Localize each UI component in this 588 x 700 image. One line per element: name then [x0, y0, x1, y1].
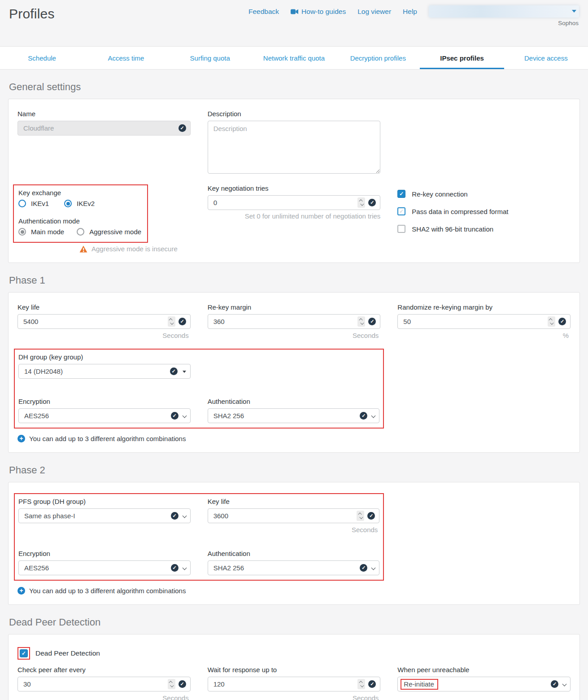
help-label: Help: [403, 8, 417, 16]
phase2-key-life-input[interactable]: [208, 508, 380, 523]
wait-response-input[interactable]: [208, 677, 381, 691]
phase2-encryption-value: AES256: [24, 564, 49, 572]
number-stepper[interactable]: [168, 316, 175, 327]
check-circle-icon: ✓: [170, 368, 178, 375]
radio-aggressive-mode[interactable]: Aggressive mode: [77, 228, 141, 236]
rekey-margin-unit: Seconds: [208, 332, 381, 339]
howto-guides-link[interactable]: How-to guides: [291, 8, 346, 16]
feedback-label: Feedback: [248, 8, 279, 16]
add-combination-icon[interactable]: +: [17, 435, 25, 442]
brand-label: Sophos: [558, 20, 579, 26]
phase2-heading: Phase 2: [9, 464, 588, 476]
tab-access-time[interactable]: Access time: [84, 47, 168, 69]
rekey-margin-input[interactable]: [208, 314, 381, 329]
pfs-group-select[interactable]: Same as phase-I ✓: [18, 508, 191, 523]
dpd-checkbox[interactable]: ✓: [20, 649, 28, 657]
dh-group-value: 14 (DH2048): [24, 368, 63, 375]
number-stepper[interactable]: [548, 316, 555, 327]
sha2-checkbox-label: SHA2 with 96-bit truncation: [412, 225, 493, 233]
check-peer-label: Check peer after every: [17, 666, 191, 674]
key-negotiation-label: Key negotiation tries: [208, 184, 381, 192]
phase1-key-life-unit: Seconds: [17, 332, 191, 339]
tab-surfing-quota[interactable]: Surfing quota: [168, 47, 252, 69]
number-stepper[interactable]: [168, 679, 175, 689]
description-label: Description: [208, 110, 381, 118]
phase2-encryption-select[interactable]: AES256 ✓: [18, 560, 191, 575]
name-input[interactable]: [17, 121, 191, 136]
general-settings-card: Name ✓ Description Key exchange IKEv1: [8, 99, 580, 263]
wait-response-label: Wait for response up to: [208, 666, 381, 674]
wait-response-unit: Seconds: [208, 694, 381, 700]
profile-tabs: Schedule Access time Surfing quota Netwo…: [0, 46, 588, 70]
phase2-authentication-value: SHA2 256: [213, 564, 244, 572]
tab-decryption-profiles[interactable]: Decryption profiles: [336, 47, 420, 69]
radio-main-mode[interactable]: Main mode: [18, 228, 64, 236]
account-dropdown[interactable]: [429, 5, 579, 18]
tab-network-traffic-quota[interactable]: Network traffic quota: [252, 47, 336, 69]
rekey-connection-checkbox[interactable]: ✓ Re-key connection: [397, 190, 571, 198]
phase1-key-life-input[interactable]: [17, 314, 191, 329]
number-stepper[interactable]: [357, 511, 364, 521]
phase2-authentication-label: Authentication: [208, 550, 380, 557]
chevron-down-icon: [371, 414, 376, 418]
tab-device-access[interactable]: Device access: [504, 47, 588, 69]
rekey-checkbox-label: Re-key connection: [412, 190, 467, 198]
randomize-margin-input[interactable]: [397, 314, 571, 329]
top-header: Profiles Feedback How-to guides Log view…: [0, 0, 588, 46]
phase2-key-life-unit: Seconds: [208, 526, 380, 534]
dpd-checkbox-icon: ✓: [20, 649, 28, 657]
phase1-authentication-select[interactable]: SHA2 256 ✓: [208, 408, 380, 423]
pfs-group-value: Same as phase-I: [24, 512, 75, 520]
number-stepper[interactable]: [357, 197, 365, 208]
radio-aggressive-mode-label: Aggressive mode: [89, 228, 141, 236]
dh-group-label: DH group (key group): [18, 353, 191, 361]
check-circle-icon: ✓: [360, 412, 367, 420]
peer-unreachable-select[interactable]: Re-initiate ✓: [397, 677, 571, 691]
check-circle-icon: ✓: [179, 680, 186, 688]
help-link[interactable]: Help: [403, 8, 417, 16]
howto-guides-label: How-to guides: [301, 8, 346, 16]
number-stepper[interactable]: [357, 316, 365, 327]
key-negotiation-help: Set 0 for unlimited number of negotiatio…: [208, 212, 381, 220]
dpd-checkbox-highlight-box: ✓: [17, 647, 30, 660]
check-peer-unit: Seconds: [17, 694, 191, 700]
log-viewer-link[interactable]: Log viewer: [357, 8, 391, 16]
check-circle-icon: ✓: [551, 680, 558, 688]
feedback-link[interactable]: Feedback: [248, 8, 279, 16]
peer-unreachable-value: Re-initiate: [401, 679, 438, 690]
radio-ikev2-icon: [64, 200, 72, 207]
phase2-add-note: You can add up to 3 different algorithm …: [29, 587, 186, 595]
check-circle-icon: ✓: [179, 124, 186, 132]
add-combination-icon[interactable]: +: [17, 587, 25, 595]
radio-ikev1-label: IKEv1: [31, 200, 49, 207]
rekey-checkbox-icon: ✓: [397, 190, 405, 198]
dh-group-select[interactable]: 14 (DH2048) ✓: [18, 364, 191, 379]
phase2-encryption-label: Encryption: [18, 550, 191, 557]
phase1-algorithms-highlight-box: DH group (key group) 14 (DH2048) ✓ Encry…: [14, 349, 384, 429]
check-peer-input[interactable]: [17, 677, 191, 691]
warning-icon: [79, 245, 87, 253]
radio-ikev1[interactable]: IKEv1: [18, 200, 49, 207]
dpd-heading: Dead Peer Detection: [9, 617, 588, 628]
tab-ipsec-profiles[interactable]: IPsec profiles: [420, 47, 504, 69]
radio-ikev2-label: IKEv2: [77, 200, 95, 207]
key-negotiation-input[interactable]: [208, 195, 381, 210]
key-exchange-label: Key exchange: [18, 189, 143, 197]
log-viewer-label: Log viewer: [357, 8, 391, 16]
phase1-authentication-label: Authentication: [208, 398, 380, 405]
tab-schedule[interactable]: Schedule: [0, 47, 84, 69]
phase2-authentication-select[interactable]: SHA2 256 ✓: [208, 560, 380, 575]
radio-ikev2[interactable]: IKEv2: [64, 200, 95, 207]
check-circle-icon: ✓: [558, 318, 566, 325]
compressed-format-checkbox[interactable]: ✓ Pass data in compressed format: [397, 207, 571, 215]
phase2-algorithms-highlight-box: PFS group (DH group) Same as phase-I ✓ K…: [14, 493, 384, 581]
dpd-checkbox-label: Dead Peer Detection: [35, 649, 100, 657]
radio-main-mode-label: Main mode: [31, 228, 64, 236]
description-textarea[interactable]: [208, 121, 381, 174]
video-camera-icon: [291, 9, 298, 14]
sha2-truncation-checkbox[interactable]: SHA2 with 96-bit truncation: [397, 225, 571, 233]
phase1-card: Key life ✓ Seconds Re-key margin ✓ Secon…: [8, 292, 580, 453]
phase1-encryption-select[interactable]: AES256 ✓: [18, 408, 191, 423]
aggressive-warning-text: Aggressive mode is insecure: [91, 245, 178, 253]
number-stepper[interactable]: [357, 679, 365, 689]
